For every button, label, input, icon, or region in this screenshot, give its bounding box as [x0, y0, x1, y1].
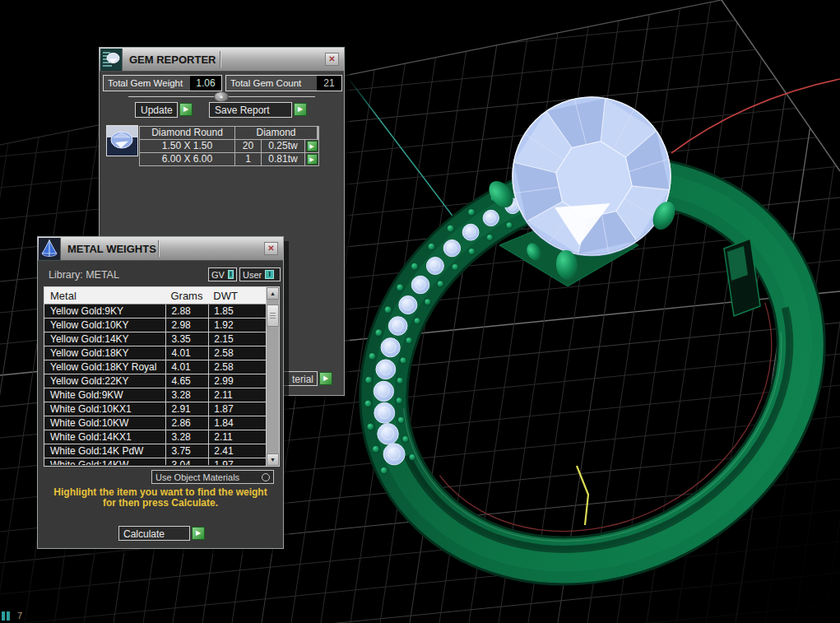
metal-dwt: 1.92	[208, 318, 266, 332]
calculate-button[interactable]: Calculate ▶	[118, 526, 205, 541]
metal-column-header: Metal	[44, 287, 165, 304]
metal-grams: 4.65	[165, 374, 208, 388]
run-arrow-icon[interactable]: ▶	[192, 527, 205, 540]
application-screen: GEM REPORTER ✕ Total Gem Weight 1.06 Tot…	[0, 0, 840, 623]
run-arrow-icon[interactable]: ▶	[319, 372, 332, 385]
metal-dwt: 2.58	[208, 346, 266, 360]
calculate-button-label: Calculate	[118, 526, 190, 541]
user-label: User	[243, 270, 262, 280]
instruction-text: Highlight the item you want to find the …	[38, 487, 283, 509]
table-row[interactable]: White Gold:10KX12.911.87	[44, 402, 266, 416]
save-report-button[interactable]: Save Report ▶	[209, 102, 307, 118]
scroll-down-icon[interactable]: ▼	[267, 453, 279, 466]
pause-bar-icon	[7, 611, 10, 621]
metal-dwt: 2.15	[208, 332, 266, 346]
magnifier-icon	[262, 473, 270, 481]
table-row[interactable]: Yellow Gold:14KY3.352.15	[44, 332, 266, 346]
table-row[interactable]: White Gold:14KW3.041.97	[44, 458, 266, 465]
gem-table-row[interactable]: 1.50 X 1.50 20 0.25tw ▶	[139, 140, 319, 153]
metal-dwt: 2.99	[208, 374, 266, 388]
metal-dwt: 2.11	[208, 388, 266, 402]
scrollbar-thumb[interactable]	[267, 305, 279, 327]
scroll-up-icon[interactable]: ▲	[267, 287, 279, 300]
gem-size: 1.50 X 1.50	[140, 140, 234, 152]
row-detail-arrow-icon[interactable]: ▶	[307, 154, 318, 165]
toggle-indicator-icon: I	[228, 270, 234, 279]
gem-count: 1	[235, 153, 261, 165]
close-icon[interactable]: ✕	[264, 242, 278, 255]
weight-cone-icon	[39, 238, 61, 260]
gem-table-header: Diamond Round Diamond	[139, 126, 319, 140]
gem-material-header: Diamond	[235, 127, 317, 139]
table-row[interactable]: Yellow Gold:18KY Royal4.012.58	[44, 360, 266, 374]
scrollbar[interactable]: ▲ ▼	[266, 287, 279, 466]
gem-row-arrow-cell: ▶	[305, 153, 318, 165]
metal-name: Yellow Gold:18KY Royal	[44, 360, 165, 374]
gem-table-row[interactable]: 6.00 X 6.00 1 0.81tw ▶	[139, 153, 319, 166]
gem-count: 20	[235, 140, 261, 152]
total-gem-weight-field: Total Gem Weight 1.06	[103, 75, 222, 91]
table-row[interactable]: White Gold:14K PdW3.752.41	[44, 444, 266, 458]
metal-name: White Gold:9KW	[44, 388, 165, 402]
table-row[interactable]: White Gold:10KW2.861.84	[44, 416, 266, 430]
table-row[interactable]: White Gold:14KX13.282.11	[44, 430, 266, 444]
use-object-materials-label: Use Object Materials	[155, 472, 239, 482]
library-label: Library: METAL	[49, 269, 119, 281]
run-arrow-icon[interactable]: ▶	[179, 103, 193, 116]
table-row[interactable]: Yellow Gold:18KY4.012.58	[44, 346, 266, 360]
metal-name: Yellow Gold:18KY	[44, 346, 165, 360]
gem-reporter-titlebar[interactable]: GEM REPORTER ✕	[100, 48, 344, 72]
metal-name: White Gold:10KW	[44, 416, 165, 430]
metal-dwt: 2.58	[208, 360, 266, 374]
instruction-line-2: for then press Calculate.	[38, 498, 283, 509]
close-icon[interactable]: ✕	[325, 53, 339, 66]
metal-weights-titlebar[interactable]: METAL WEIGHTS ✕	[38, 237, 283, 261]
update-button[interactable]: Update ▶	[135, 102, 193, 118]
gem-table: Diamond Round Diamond 1.50 X 1.50 20 0.2…	[139, 126, 319, 166]
metal-table-header: Metal Grams DWT	[44, 287, 266, 305]
gem-report-icon	[100, 49, 123, 71]
metal-grams: 2.88	[165, 305, 208, 318]
metal-weights-window: METAL WEIGHTS ✕ Library: METAL GV I User…	[37, 236, 284, 549]
save-report-button-label: Save Report	[209, 102, 292, 118]
metal-grams: 4.01	[165, 346, 208, 360]
gv-toggle-button[interactable]: GV I	[208, 267, 237, 281]
metal-dwt: 1.97	[208, 458, 266, 465]
table-row[interactable]: White Gold:9KW3.282.11	[44, 388, 266, 402]
toggle-indicator-icon: I	[265, 270, 274, 279]
row-detail-arrow-icon[interactable]: ▶	[307, 141, 318, 151]
gem-size: 6.00 X 6.00	[140, 153, 234, 165]
titlebar-divider	[158, 240, 159, 257]
metal-grams: 3.28	[165, 430, 208, 444]
metal-dwt: 2.41	[208, 444, 266, 458]
selected-curve-tick	[577, 466, 588, 525]
total-gem-count-label: Total Gem Count	[226, 76, 317, 91]
update-button-label: Update	[135, 102, 178, 118]
corner-numeral: 7	[17, 611, 22, 621]
metal-grams: 2.98	[165, 318, 208, 332]
gem-reporter-title: GEM REPORTER	[129, 53, 216, 66]
use-object-materials-button[interactable]: Use Object Materials	[151, 470, 274, 484]
metal-name: Yellow Gold:22KY	[44, 374, 165, 388]
metal-name: Yellow Gold:9KY	[44, 305, 165, 318]
table-row[interactable]: Yellow Gold:10KY2.981.92	[44, 318, 266, 332]
center-diamond[interactable]	[513, 97, 671, 255]
table-row[interactable]: Yellow Gold:22KY4.652.99	[44, 374, 266, 388]
table-row[interactable]: Yellow Gold:9KY2.881.85	[44, 305, 266, 318]
pause-bar-icon	[2, 611, 5, 621]
metal-grams: 2.86	[165, 416, 208, 430]
metal-grams: 3.04	[165, 458, 208, 465]
metal-name: White Gold:14KX1	[44, 430, 165, 444]
metal-name: White Gold:14K PdW	[44, 444, 165, 458]
user-toggle-button[interactable]: User I	[239, 267, 281, 281]
collapse-arrow-icon[interactable]: ▲	[214, 91, 229, 102]
metal-name: White Gold:14KW	[44, 458, 165, 465]
grams-column-header: Grams	[165, 287, 208, 304]
metal-grams: 3.75	[165, 444, 208, 458]
run-arrow-icon[interactable]: ▶	[294, 103, 307, 116]
gem-preview-image[interactable]	[106, 125, 138, 156]
metal-grams: 3.28	[165, 388, 208, 402]
gem-type-header: Diamond Round	[140, 127, 234, 139]
gem-weight: 0.25tw	[262, 140, 304, 152]
dwt-column-header: DWT	[208, 287, 266, 304]
